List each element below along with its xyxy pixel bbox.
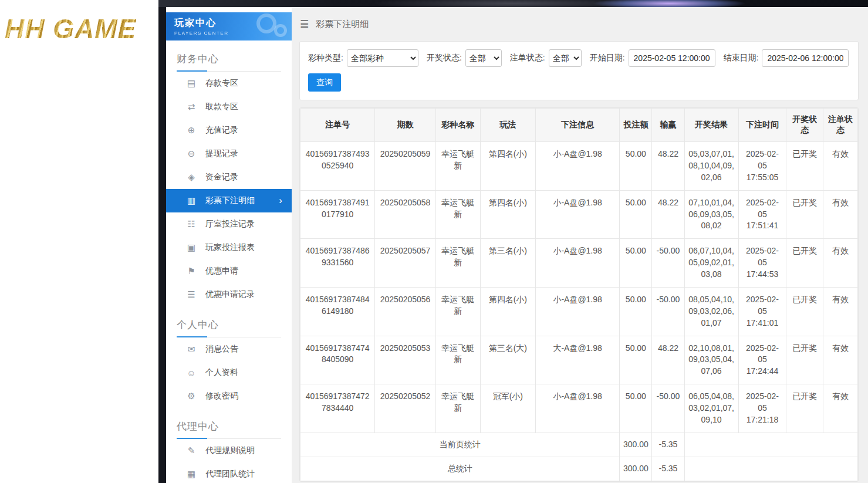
column-header: 下注时间 xyxy=(738,109,786,142)
order-status-label: 注单状态: xyxy=(510,53,545,63)
sidebar-item-user-profile[interactable]: ☺个人资料 xyxy=(166,361,292,384)
sidebar-item-label: 消息公告 xyxy=(205,344,238,354)
cell-draw-result: 07,10,01,04,06,09,03,05,08,02 xyxy=(684,190,738,239)
sidebar-nav: 财务中心▤存款专区⇄取款专区⊕充值记录⊖提现记录◈资金记录▥彩票下注明细›☷厅室… xyxy=(166,44,292,483)
sidebar-item-label: 厅室投注记录 xyxy=(205,219,255,229)
cell-period: 20250205057 xyxy=(375,239,436,288)
sidebar-item-lottery-bet-detail[interactable]: ▥彩票下注明细› xyxy=(166,189,292,212)
sidebar-item-change-password[interactable]: ⚙修改密码 xyxy=(166,384,292,408)
cell-draw-status: 已开奖 xyxy=(786,336,823,384)
cell-period: 20250205056 xyxy=(375,287,436,336)
withdraw-icon: ⇄ xyxy=(186,102,197,112)
cell-order-status: 有效 xyxy=(823,287,858,336)
sidebar-item-promo-apply[interactable]: ⚑优惠申请 xyxy=(166,259,292,283)
cell-bet-amount: 50.00 xyxy=(620,190,652,239)
cell-draw-result: 08,05,04,10,09,03,02,06,01,07 xyxy=(684,287,738,336)
cell-draw-result: 06,05,04,08,03,02,01,07,09,10 xyxy=(684,384,738,433)
column-header: 彩种名称 xyxy=(435,109,480,142)
cell-bet-info: 小-A盘@1.98 xyxy=(535,287,619,336)
cell-win-loss: 48.22 xyxy=(652,336,684,384)
cell-bet-info: 小-A盘@1.98 xyxy=(535,384,619,433)
cell-win-loss: 48.22 xyxy=(652,142,684,191)
cell-bet-amount: 50.00 xyxy=(620,287,652,336)
cell-period: 20250205059 xyxy=(375,142,436,191)
sidebar-item-funds-record[interactable]: ◈资金记录 xyxy=(166,165,292,189)
summary-win-loss: -5.35 xyxy=(652,457,684,481)
cell-play-type: 第三名(大) xyxy=(480,336,535,384)
sidebar-item-promo-record[interactable]: ☰优惠申请记录 xyxy=(166,283,292,306)
sidebar-item-recharge-record[interactable]: ⊕充值记录 xyxy=(166,119,292,142)
change-password-icon: ⚙ xyxy=(186,391,197,401)
sidebar-item-label: 彩票下注明细 xyxy=(205,195,255,206)
cell-lottery-name: 幸运飞艇新 xyxy=(435,239,480,288)
summary-bet-amount: 300.00 xyxy=(620,433,652,457)
summary-label: 总统计 xyxy=(300,457,620,481)
cell-bet-info: 大-A盘@1.98 xyxy=(535,336,619,384)
end-date-label: 结束日期: xyxy=(724,53,759,63)
cell-order-id: 401569173874748405090 xyxy=(300,336,375,384)
lottery-type-select[interactable]: 全部彩种 xyxy=(347,49,418,67)
cell-draw-status: 已开奖 xyxy=(786,384,823,433)
summary-bet-amount: 300.00 xyxy=(620,457,652,481)
sidebar-item-hall-bet-record[interactable]: ☷厅室投注记录 xyxy=(166,212,292,236)
cell-play-type: 第四名(小) xyxy=(480,190,535,239)
cell-draw-result: 06,07,10,04,05,09,02,01,03,08 xyxy=(684,239,738,288)
circles-decoration-icon xyxy=(246,13,287,40)
cell-period: 20250205052 xyxy=(375,384,436,433)
sidebar-item-player-report[interactable]: ▣玩家投注报表 xyxy=(166,236,292,259)
sidebar-item-agent-team-stats[interactable]: ▦代理团队统计 xyxy=(166,462,292,483)
cell-draw-status: 已开奖 xyxy=(786,142,823,191)
summary-win-loss: -5.35 xyxy=(652,433,684,457)
menu-toggle-icon[interactable]: ☰ xyxy=(300,18,309,31)
column-header: 投注额 xyxy=(620,109,652,142)
draw-status-label: 开奖状态: xyxy=(427,53,462,63)
cell-bet-time: 2025-02-05 17:51:41 xyxy=(738,190,786,239)
column-header: 注单状态 xyxy=(823,109,858,142)
start-date-input[interactable] xyxy=(629,49,715,67)
lottery-type-label: 彩种类型: xyxy=(308,53,343,63)
page-background-left: HH GAME xyxy=(0,0,158,483)
cell-bet-time: 2025-02-05 17:44:53 xyxy=(738,239,786,288)
cell-order-id: 401569173874727834440 xyxy=(300,384,375,433)
bet-detail-table-card: 注单号期数彩种名称玩法下注信息投注额输赢开奖结果下注时间开奖状态注单状态 401… xyxy=(299,107,859,482)
cell-order-status: 有效 xyxy=(823,336,858,384)
announcement-bell-icon: ✉ xyxy=(186,344,197,354)
brand-logo: HH GAME xyxy=(5,13,136,45)
sidebar-item-deposit[interactable]: ▤存款专区 xyxy=(166,72,292,95)
sidebar-item-label: 取款专区 xyxy=(205,102,238,112)
cell-win-loss: -50.00 xyxy=(652,287,684,336)
page-root: HH GAME 玩家中心 PLAYERS CENTER 财务中心▤存款专区⇄取款… xyxy=(0,0,868,483)
sidebar-item-label: 优惠申请 xyxy=(205,266,238,276)
player-report-icon: ▣ xyxy=(186,242,197,253)
sidebar-item-cashout-record[interactable]: ⊖提现记录 xyxy=(166,142,292,165)
cell-draw-status: 已开奖 xyxy=(786,190,823,239)
sidebar-item-withdraw[interactable]: ⇄取款专区 xyxy=(166,95,292,119)
cell-order-id: 401569173874930525940 xyxy=(300,142,375,191)
sidebar-item-announcement-bell[interactable]: ✉消息公告 xyxy=(166,337,292,361)
cell-play-type: 冠军(小) xyxy=(480,384,535,433)
sidebar-section-title: 代理中心 xyxy=(177,411,281,439)
cell-period: 20250205053 xyxy=(375,336,436,384)
cell-bet-time: 2025-02-05 17:55:05 xyxy=(738,142,786,191)
search-button[interactable]: 查询 xyxy=(308,73,341,92)
end-date-input[interactable] xyxy=(762,49,849,67)
main-content: 彩种类型: 全部彩种 开奖状态: 全部 注单状态: 全部 xyxy=(292,41,868,483)
sidebar-item-label: 提现记录 xyxy=(205,148,238,159)
cell-order-id: 401569173874869331560 xyxy=(300,239,375,288)
sidebar-item-agent-rules[interactable]: ✎代理规则说明 xyxy=(166,439,292,462)
summary-label: 当前页统计 xyxy=(300,433,620,457)
order-status-select[interactable]: 全部 xyxy=(549,49,582,67)
sidebar-item-label: 存款专区 xyxy=(205,78,238,89)
cell-order-status: 有效 xyxy=(823,239,858,288)
cell-bet-info: 小-A盘@1.98 xyxy=(535,142,619,191)
sidebar-item-label: 代理团队统计 xyxy=(205,469,255,479)
cell-bet-amount: 50.00 xyxy=(620,239,652,288)
start-date-label: 开始日期: xyxy=(590,53,625,63)
sidebar-item-label: 充值记录 xyxy=(205,125,238,136)
draw-status-select[interactable]: 全部 xyxy=(465,49,502,67)
summary-row: 总统计300.00-5.35 xyxy=(300,457,858,481)
agent-rules-icon: ✎ xyxy=(186,445,197,456)
cell-win-loss: -50.00 xyxy=(652,239,684,288)
promo-apply-icon: ⚑ xyxy=(186,266,197,276)
table-row: 40156917387486933156020250205057幸运飞艇新第三名… xyxy=(300,239,858,288)
